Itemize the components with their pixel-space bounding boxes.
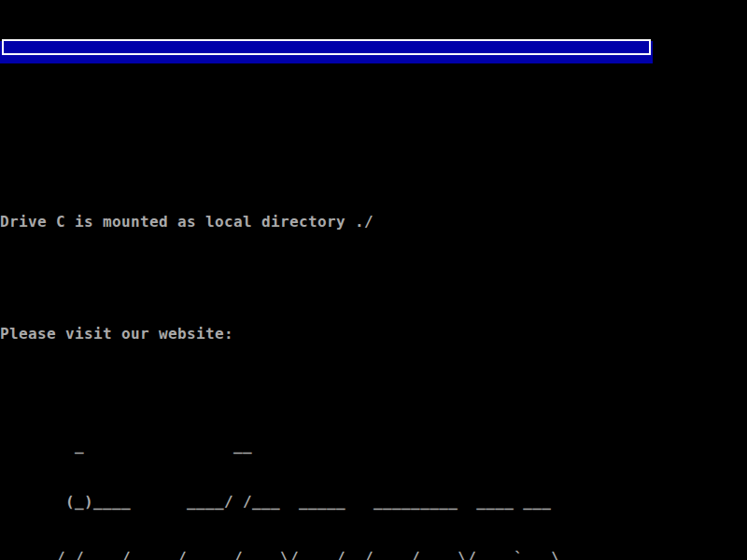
terminal-line [0, 157, 579, 175]
terminal-line-website-message: Please visit our website: [0, 325, 579, 343]
terminal-line [0, 269, 579, 287]
terminal-text: Drive C is mounted as local directory ./… [0, 7, 579, 560]
terminal-line [0, 381, 579, 399]
dos-terminal-screen[interactable]: Drive C is mounted as local directory ./… [0, 0, 747, 560]
jsdos-ascii-logo-row: _ __ [0, 437, 579, 455]
terminal-line [0, 101, 579, 119]
jsdos-ascii-logo-row: (_)____ ____/ /___ _____ _________ ____ … [0, 493, 579, 511]
jsdos-ascii-logo-row: / / ___/_____/ __ / __ \/ ___/ / ___/ __… [0, 549, 579, 560]
terminal-line [0, 45, 579, 63]
terminal-line-mount-message: Drive C is mounted as local directory ./ [0, 213, 579, 231]
